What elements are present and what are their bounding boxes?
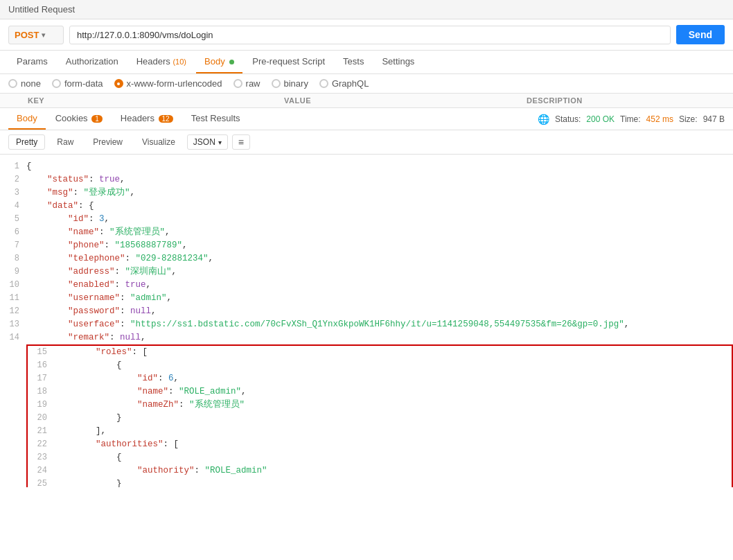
line-content: "id": 3,: [26, 213, 733, 226]
code-line: 12 "password": null,: [0, 305, 733, 318]
size-label: Size:: [679, 114, 698, 124]
line-content: "phone": "18568887789",: [26, 239, 733, 252]
line-content: "nameZh": "系统管理员": [54, 399, 732, 412]
line-number: 23: [28, 451, 54, 464]
radio-raw[interactable]: raw: [233, 78, 260, 89]
line-number: 13: [0, 318, 26, 331]
code-line: 9 "address": "深圳南山",: [0, 265, 733, 279]
code-line: 21 ],: [28, 425, 732, 438]
send-button[interactable]: Send: [676, 25, 725, 44]
radio-form-data[interactable]: form-data: [52, 78, 103, 89]
response-tab-cookies[interactable]: Cookies 1: [47, 108, 111, 130]
window-title: Untitled Request: [8, 4, 75, 15]
chevron-down-icon: ▾: [218, 139, 222, 146]
line-content: "authority": "ROLE_admin": [54, 464, 732, 478]
radio-circle-urlencoded: [114, 79, 123, 88]
kv-value-label: VALUE: [277, 96, 520, 105]
cookies-badge: 1: [91, 115, 103, 123]
line-content: ],: [54, 425, 732, 438]
tab-authorization[interactable]: Authorization: [58, 51, 127, 73]
response-tab-headers[interactable]: Headers 12: [112, 108, 182, 130]
line-content: }: [54, 412, 732, 425]
format-pretty-btn[interactable]: Pretty: [8, 134, 45, 150]
line-number: 19: [28, 399, 54, 412]
code-line: 6 "name": "系统管理员",: [0, 226, 733, 239]
line-content: "name": "系统管理员",: [26, 226, 733, 239]
code-line: 22 "authorities": [: [28, 438, 732, 451]
tab-tests[interactable]: Tests: [335, 51, 372, 73]
line-number: 9: [0, 265, 26, 279]
code-area[interactable]: 1 { 2 "status": true, 3 "msg": "登录成功", 4…: [0, 155, 733, 487]
line-content: "userface": "https://ss1.bdstatic.com/70…: [26, 318, 733, 331]
line-number: 20: [28, 412, 54, 425]
code-line: 16 {: [28, 359, 732, 372]
kv-header: KEY VALUE DESCRIPTION: [0, 94, 733, 108]
url-input[interactable]: [69, 26, 671, 44]
code-line: 1 {: [0, 160, 733, 173]
radio-circle-none: [8, 79, 17, 88]
code-line: 5 "id": 3,: [0, 213, 733, 226]
code-line: 4 "data": {: [0, 200, 733, 213]
tab-headers[interactable]: Headers (10): [128, 51, 195, 73]
kv-desc-label: DESCRIPTION: [520, 96, 733, 105]
line-content: }: [54, 478, 732, 487]
tab-settings[interactable]: Settings: [373, 51, 423, 73]
method-select[interactable]: POST ▾: [8, 26, 64, 44]
line-content: "address": "深圳南山",: [26, 265, 733, 279]
line-number: 4: [0, 200, 26, 213]
line-content: "username": "admin",: [26, 292, 733, 305]
response-size: 947 B: [703, 114, 725, 124]
radio-circle-raw: [233, 79, 242, 88]
line-number: 3: [0, 186, 26, 200]
radio-graphql[interactable]: GraphQL: [319, 78, 369, 89]
status-ok: 200 OK: [586, 114, 615, 124]
line-content: "roles": [: [54, 346, 732, 359]
response-time: 452 ms: [646, 114, 673, 124]
code-line: 23 {: [28, 451, 732, 464]
status-label: Status:: [555, 114, 581, 124]
line-number: 1: [0, 160, 26, 173]
line-number: 6: [0, 226, 26, 239]
line-content: {: [26, 160, 733, 173]
tab-params[interactable]: Params: [8, 51, 56, 73]
format-raw-btn[interactable]: Raw: [49, 134, 81, 150]
response-tab-test-results[interactable]: Test Results: [183, 108, 249, 130]
tab-pre-request[interactable]: Pre-request Script: [244, 51, 333, 73]
line-number: 2: [0, 173, 26, 186]
globe-icon: 🌐: [538, 114, 549, 125]
line-number: 15: [28, 346, 54, 359]
code-line: 20 }: [28, 412, 732, 425]
code-line: 2 "status": true,: [0, 173, 733, 186]
request-tabs: Params Authorization Headers (10) Body P…: [0, 51, 733, 74]
line-content: {: [54, 451, 732, 464]
wrap-btn[interactable]: ≡: [232, 134, 250, 150]
radio-urlencoded[interactable]: x-www-form-urlencoded: [114, 78, 222, 89]
line-number: 11: [0, 292, 26, 305]
line-content: "id": 6,: [54, 372, 732, 385]
radio-none[interactable]: none: [8, 78, 41, 89]
radio-circle-form-data: [52, 79, 61, 88]
radio-binary[interactable]: binary: [272, 78, 308, 89]
line-number: 8: [0, 252, 26, 265]
format-preview-btn[interactable]: Preview: [85, 134, 130, 150]
line-number: 7: [0, 239, 26, 252]
format-type-label: JSON: [193, 137, 215, 147]
line-content: "name": "ROLE_admin",: [54, 385, 732, 399]
radio-circle-graphql: [319, 79, 328, 88]
line-number: 22: [28, 438, 54, 451]
response-tab-body[interactable]: Body: [8, 108, 46, 130]
line-content: "data": {: [26, 200, 733, 213]
time-label: Time:: [620, 114, 641, 124]
line-content: {: [54, 359, 732, 372]
title-bar: Untitled Request: [0, 0, 733, 19]
code-line: 18 "name": "ROLE_admin",: [28, 385, 732, 399]
format-visualize-btn[interactable]: Visualize: [134, 134, 183, 150]
format-type-select[interactable]: JSON ▾: [187, 134, 228, 150]
code-line: 11 "username": "admin",: [0, 292, 733, 305]
line-number: 14: [0, 331, 26, 344]
line-content: "enabled": true,: [26, 279, 733, 292]
headers-badge: (10): [173, 58, 186, 66]
tab-body[interactable]: Body: [196, 51, 242, 73]
body-type-row: none form-data x-www-form-urlencoded raw…: [0, 74, 733, 94]
code-line: 7 "phone": "18568887789",: [0, 239, 733, 252]
